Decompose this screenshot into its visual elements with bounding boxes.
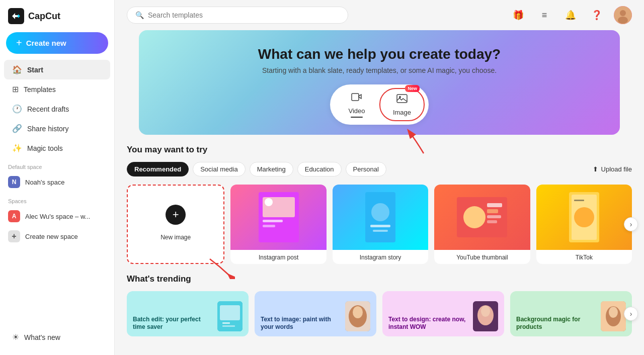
image-tab-label: Image [393, 109, 411, 116]
hero-subtitle: Starting with a blank slate, ready templ… [151, 66, 608, 74]
svg-rect-15 [373, 230, 388, 232]
tiktok-card[interactable]: TikTok [536, 185, 632, 264]
create-new-space[interactable]: + Create new space [0, 226, 114, 246]
svg-point-9 [265, 198, 273, 206]
text-image-thumb-svg [345, 301, 370, 331]
nav-recent-label: Recent drafts [27, 105, 69, 113]
chip-recommended[interactable]: Recommended [127, 162, 189, 176]
instagram-post-label: Instagram post [230, 250, 326, 264]
instagram-post-thumbnail [230, 185, 326, 250]
trending-title: What's trending [127, 274, 632, 284]
trending-bg-magic-label: Background magic for products [516, 316, 597, 331]
trending-card-bg-magic-content: Background magic for products [510, 291, 632, 336]
search-input[interactable] [148, 11, 340, 19]
trending-text-design-label: Text to design: create now, instant WOW [388, 316, 469, 331]
logo-text: CapCut [28, 11, 60, 22]
share-icon: 🔗 [12, 124, 22, 133]
search-bar[interactable]: 🔍 [127, 7, 348, 24]
instagram-post-card[interactable]: Instagram post [230, 185, 326, 264]
layers-button[interactable]: ≡ [535, 6, 553, 24]
magic-icon: ✨ [12, 143, 22, 153]
text-design-thumb-svg [473, 301, 498, 331]
video-tab[interactable]: Video [334, 87, 379, 122]
svg-rect-19 [487, 209, 498, 213]
clock-icon: 🕐 [12, 104, 22, 114]
user-avatar[interactable] [614, 6, 632, 24]
capcut-logo-icon [8, 8, 24, 24]
svg-rect-25 [574, 200, 584, 201]
youtube-thumbnail-label: YouTube thumbnail [434, 250, 530, 264]
alec-space-label: Alec Wu's space – w... [25, 213, 90, 220]
trending-text-design-thumb [473, 301, 498, 331]
instagram-story-card[interactable]: Instagram story [333, 185, 428, 264]
upload-file-label: Upload file [601, 165, 632, 173]
gift-button[interactable]: 🎁 [509, 6, 527, 24]
sidebar-item-templates[interactable]: ⊞ Templates [4, 79, 110, 99]
noah-avatar: N [8, 176, 20, 188]
space-noah[interactable]: N Noah's space [0, 172, 114, 192]
hero-title: What can we help you create today? [151, 46, 608, 62]
chip-social-media[interactable]: Social media [193, 162, 245, 176]
trending-text-image-thumb [345, 301, 370, 331]
image-tab-icon [396, 93, 408, 107]
chip-marketing[interactable]: Marketing [250, 162, 293, 176]
svg-rect-28 [222, 322, 230, 324]
spaces-label: Spaces [0, 192, 114, 206]
svg-rect-10 [263, 220, 283, 222]
template-grid-wrapper: + New image Instagram post [127, 185, 632, 264]
topbar: 🔍 🎁 ≡ 🔔 ❓ [115, 0, 644, 30]
video-tab-label: Video [348, 107, 365, 115]
nav-share-label: Share history [27, 125, 68, 133]
trending-card-batch-edit[interactable]: Batch edit: your perfect time saver [127, 291, 249, 336]
new-image-card[interactable]: + New image [127, 185, 224, 264]
upload-file-button[interactable]: ⬆ Upload file [593, 165, 632, 173]
svg-point-35 [481, 306, 490, 317]
youtube-thumbnail-img [434, 185, 530, 250]
trending-bg-magic-thumb [601, 301, 626, 331]
trending-card-background-magic[interactable]: Background magic for products [510, 291, 632, 336]
create-new-label: Create new [26, 39, 66, 47]
whats-new-label: What's new [24, 333, 60, 341]
tiktok-thumbnail [536, 185, 632, 250]
trending-card-batch-content: Batch edit: your perfect time saver [127, 291, 249, 336]
default-space-label: Default space [0, 158, 114, 172]
trending-card-text-design[interactable]: Text to design: create now, instant WOW [382, 291, 504, 336]
svg-rect-11 [263, 225, 275, 227]
trending-card-text-design-content: Text to design: create now, instant WOW [382, 291, 504, 336]
trending-grid: Batch edit: your perfect time saver [127, 291, 632, 336]
svg-point-3 [618, 17, 628, 24]
space-alec[interactable]: A Alec Wu's space – w... [0, 206, 114, 226]
templates-icon: ⊞ [12, 84, 19, 94]
chip-personal[interactable]: Personal [346, 162, 386, 176]
instagram-post-thumb-svg [259, 192, 299, 242]
bell-button[interactable]: 🔔 [561, 6, 580, 24]
help-button[interactable]: ❓ [588, 6, 606, 24]
trending-grid-wrapper: Batch edit: your perfect time saver [127, 291, 632, 336]
alec-avatar: A [8, 210, 20, 222]
nav-start-label: Start [27, 66, 43, 74]
instagram-story-label: Instagram story [333, 250, 428, 264]
main-content: 🔍 🎁 ≡ 🔔 ❓ What can we help you create to… [115, 0, 644, 355]
svg-rect-14 [370, 225, 390, 227]
template-grid-next-button[interactable]: › [624, 217, 638, 231]
svg-point-32 [353, 306, 363, 318]
sidebar-item-magic-tools[interactable]: ✨ Magic tools [4, 138, 110, 158]
svg-rect-20 [487, 215, 501, 218]
sidebar-item-recent-drafts[interactable]: 🕐 Recent drafts [4, 99, 110, 119]
filter-chips: Recommended Social media Marketing Educa… [127, 162, 386, 176]
sidebar-item-whats-new[interactable]: ☀ What's new [4, 327, 110, 347]
logo-area: CapCut [0, 8, 114, 32]
sidebar-item-share-history[interactable]: 🔗 Share history [4, 119, 110, 138]
plus-icon: + [16, 37, 22, 49]
svg-rect-27 [220, 305, 240, 320]
bg-magic-thumb-svg [601, 301, 626, 331]
create-new-button[interactable]: + Create new [6, 32, 108, 54]
chip-education[interactable]: Education [297, 162, 342, 176]
trending-card-text-image[interactable]: Text to image: paint with your words [255, 291, 376, 336]
image-tab[interactable]: New Image [379, 88, 425, 121]
youtube-thumbnail-card[interactable]: YouTube thumbnail [434, 185, 530, 264]
home-icon: 🏠 [12, 65, 22, 74]
sidebar-item-start[interactable]: 🏠 Start [4, 60, 110, 79]
batch-thumb-svg [217, 301, 243, 331]
trending-next-button[interactable]: › [624, 307, 638, 321]
